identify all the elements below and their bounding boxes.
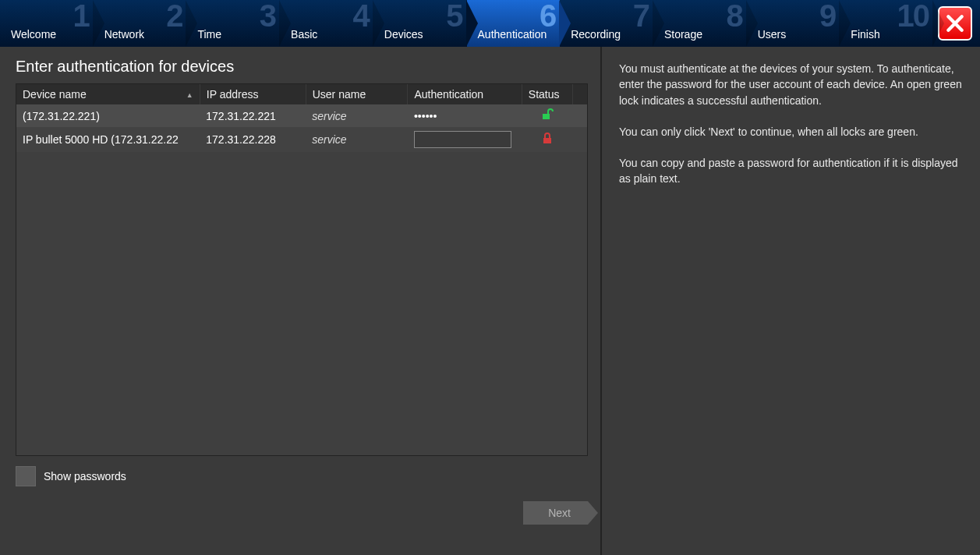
step-basic[interactable]: 4 Basic xyxy=(280,0,373,47)
step-network[interactable]: 2 Network xyxy=(94,0,187,47)
step-number: 2 xyxy=(166,0,182,34)
step-label: Finish xyxy=(851,28,879,41)
devices-table: Device name IP address User name Authent… xyxy=(16,83,588,456)
step-label: Recording xyxy=(571,28,621,41)
cell-device-name: (172.31.22.221) xyxy=(16,104,200,127)
step-label: Devices xyxy=(384,28,423,41)
step-welcome[interactable]: 1 Welcome xyxy=(0,0,94,47)
close-icon xyxy=(945,13,965,34)
step-number: 5 xyxy=(446,0,462,34)
col-header-status[interactable]: Status xyxy=(522,84,572,104)
step-label: Time xyxy=(197,28,221,41)
step-label: Storage xyxy=(664,28,702,41)
step-storage[interactable]: 8 Storage xyxy=(653,0,747,47)
step-label: Authentication xyxy=(478,28,547,41)
step-recording[interactable]: 7 Recording xyxy=(560,0,653,47)
col-header-user[interactable]: User name xyxy=(306,84,408,104)
step-devices[interactable]: 5 Devices xyxy=(373,0,467,47)
step-number: 4 xyxy=(353,0,369,34)
step-number: 1 xyxy=(73,0,88,34)
cell-status xyxy=(522,127,572,152)
help-panel: You must authenticate at the devices of … xyxy=(600,47,980,555)
step-label: Users xyxy=(758,28,787,41)
cell-user: service xyxy=(306,104,408,127)
step-label: Network xyxy=(104,28,144,41)
col-header-device-name[interactable]: Device name xyxy=(16,84,200,104)
step-authentication[interactable]: 6 Authentication xyxy=(467,0,561,47)
col-header-auth[interactable]: Authentication xyxy=(408,84,522,104)
show-passwords-checkbox[interactable] xyxy=(16,466,36,486)
next-button[interactable]: Next xyxy=(523,501,588,525)
cell-user: service xyxy=(306,127,408,152)
unlocked-icon xyxy=(540,108,554,123)
cell-device-name: IP bullet 5000 HD (172.31.22.22 xyxy=(16,127,200,152)
step-users[interactable]: 9 Users xyxy=(747,0,840,47)
step-number: 3 xyxy=(260,0,275,34)
cell-status xyxy=(522,104,572,127)
help-text: You can copy and paste a password for au… xyxy=(619,155,963,187)
step-label: Welcome xyxy=(11,28,56,41)
step-number: 10 xyxy=(897,0,929,34)
page-title: Enter authentication for devices xyxy=(16,58,588,76)
step-time[interactable]: 3 Time xyxy=(186,0,280,47)
cell-auth[interactable]: •••••• xyxy=(408,104,522,127)
cell-ip: 172.31.22.228 xyxy=(200,127,306,152)
cell-auth xyxy=(408,127,522,152)
next-button-label: Next xyxy=(548,507,571,519)
help-text: You can only click 'Next' to continue, w… xyxy=(619,124,963,140)
help-text: You must authenticate at the devices of … xyxy=(619,61,963,108)
table-row[interactable]: (172.31.22.221) 172.31.22.221 service ••… xyxy=(16,104,587,127)
col-header-ip[interactable]: IP address xyxy=(200,84,306,104)
cell-ip: 172.31.22.221 xyxy=(200,104,306,127)
step-number: 9 xyxy=(819,0,835,34)
wizard-stepper: 1 Welcome 2 Network 3 Time 4 Basic 5 Dev… xyxy=(0,0,980,47)
scrollbar-gutter xyxy=(572,84,587,104)
password-input[interactable] xyxy=(414,131,511,148)
show-passwords-label[interactable]: Show passwords xyxy=(44,470,126,483)
step-finish[interactable]: 10 Finish xyxy=(840,0,933,47)
step-label: Basic xyxy=(291,28,317,41)
locked-icon xyxy=(542,133,553,147)
step-number: 7 xyxy=(633,0,649,34)
step-number: 8 xyxy=(726,0,741,34)
table-row[interactable]: IP bullet 5000 HD (172.31.22.22 172.31.2… xyxy=(16,127,587,152)
